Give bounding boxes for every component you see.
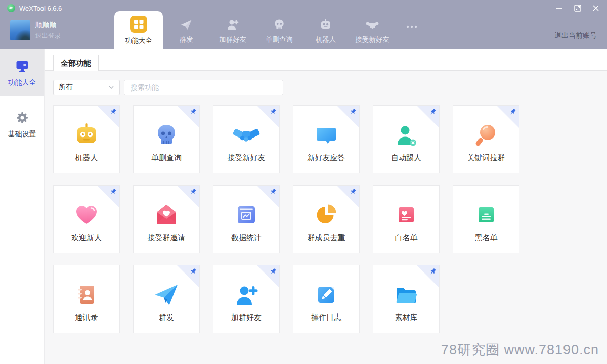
feature-card-label: 群成员去重 (308, 233, 345, 243)
sidebar-item-features[interactable]: 功能大全 (0, 49, 44, 96)
pin-icon (429, 108, 437, 116)
nav-item-label: 功能大全 (125, 36, 152, 46)
more-icon (405, 20, 418, 33)
user-name: 顺顺顺 (35, 21, 61, 30)
skull-color-icon (152, 121, 181, 149)
nav-item-0[interactable]: 功能大全 (114, 11, 163, 49)
feature-card-label: 操作日志 (311, 313, 341, 323)
avatar[interactable] (10, 20, 30, 40)
sidebar-item-settings[interactable]: 基础设置 (0, 96, 44, 147)
pin-icon (189, 108, 197, 116)
category-dropdown[interactable]: 所有 (53, 80, 120, 95)
tab-all-features[interactable]: 全部功能 (53, 55, 99, 71)
feature-card[interactable]: 自动踢人 (373, 105, 440, 173)
sidebar-item-label: 基础设置 (8, 130, 36, 139)
feature-card[interactable]: 加群好友 (213, 265, 280, 333)
paper-plane-icon (180, 18, 193, 31)
nav-item-label: 加群好友 (219, 35, 246, 44)
feature-card-label: 接受新好友 (228, 153, 266, 163)
heart-icon (72, 201, 101, 229)
user-block: 顺顺顺 退出登录 (10, 20, 61, 40)
nav-item-4[interactable]: 机器人 (302, 11, 349, 49)
nav-more-button[interactable] (396, 11, 428, 49)
feature-card-label: 新好友应答 (308, 153, 345, 163)
app-logo-icon (7, 4, 15, 12)
logout-link[interactable]: 退出登录 (35, 32, 61, 40)
feature-card-label: 自动踢人 (391, 153, 421, 163)
skull-icon (273, 18, 286, 31)
feature-card[interactable]: 白名单 (373, 185, 440, 253)
feature-card-label: 素材库 (395, 313, 418, 323)
pin-icon (109, 188, 117, 196)
category-dropdown-value: 所有 (59, 83, 108, 92)
feature-card[interactable]: 接受新好友 (213, 105, 280, 173)
robot-color-icon (72, 121, 101, 149)
pin-icon (349, 108, 357, 116)
window-controls (555, 0, 600, 16)
maximize-button[interactable] (574, 4, 582, 12)
nav-item-label: 单删查询 (266, 35, 293, 44)
feature-card-label: 通讯录 (75, 313, 98, 323)
nav-item-3[interactable]: 单删查询 (256, 11, 302, 49)
person-add-blue-icon (232, 281, 261, 309)
feature-card[interactable]: 新好友应答 (293, 105, 360, 173)
feature-card-label: 数据统计 (231, 233, 262, 243)
feature-card[interactable]: 群发 (133, 265, 200, 333)
feature-card[interactable]: 素材库 (373, 265, 440, 333)
feature-card-label: 关键词拉群 (467, 153, 505, 163)
feature-card[interactable]: 关键词拉群 (453, 105, 519, 173)
feature-card[interactable]: 通讯录 (53, 265, 120, 333)
blacklist-card-icon (472, 201, 500, 229)
feature-card[interactable]: 欢迎新人 (53, 185, 120, 253)
robot-icon (319, 18, 332, 31)
pin-icon (189, 188, 197, 196)
feature-card-label: 加群好友 (231, 313, 262, 323)
feature-card-label: 机器人 (75, 153, 98, 163)
pin-icon (429, 268, 437, 276)
grid-icon (130, 16, 147, 33)
main-content: 全部功能 所有 机器人单删查询接受新好友新好友应答自动踢人关键词拉群欢迎新人接受… (45, 49, 607, 364)
pie-chart-icon (312, 201, 340, 229)
nav-item-label: 接受新好友 (355, 35, 389, 44)
tab-strip: 全部功能 (45, 49, 607, 71)
handshake-icon (366, 18, 379, 31)
search-input[interactable] (124, 80, 283, 95)
folder-icon (392, 281, 420, 309)
nav-item-5[interactable]: 接受新好友 (349, 11, 396, 49)
person-add-icon (226, 18, 239, 31)
paper-plane-blue-icon (152, 281, 181, 309)
chat-bubble-icon (312, 121, 340, 149)
contacts-book-icon (72, 281, 101, 309)
feature-card[interactable]: 操作日志 (293, 265, 360, 333)
feature-card-label: 接受群邀请 (148, 233, 186, 243)
feature-card[interactable]: 群成员去重 (293, 185, 360, 253)
feature-card[interactable]: 数据统计 (213, 185, 280, 253)
close-button[interactable] (592, 4, 600, 12)
logout-account-button[interactable]: 退出当前账号 (554, 31, 597, 40)
feature-card-label: 白名单 (395, 233, 418, 243)
pin-icon (349, 188, 357, 196)
feature-card-label: 欢迎新人 (71, 233, 102, 243)
pin-icon (269, 188, 277, 196)
pin-icon (269, 268, 277, 276)
filter-row: 所有 (53, 80, 283, 95)
magnifier-icon (472, 121, 500, 149)
minimize-button[interactable] (555, 4, 563, 12)
feature-card[interactable]: 机器人 (53, 105, 120, 173)
feature-card[interactable]: 黑名单 (453, 185, 519, 253)
nav-item-1[interactable]: 群发 (163, 11, 209, 49)
nav-item-label: 群发 (180, 35, 193, 44)
whitelist-card-icon (392, 201, 420, 229)
app-title: WeXTool 6.6.6 (19, 5, 62, 12)
feature-card-label: 单删查询 (151, 153, 182, 163)
chart-icon (232, 201, 261, 229)
sidebar: 功能大全 基础设置 (0, 49, 45, 364)
feature-card[interactable]: 单删查询 (133, 105, 200, 173)
feature-card[interactable]: 接受群邀请 (133, 185, 200, 253)
nav-item-2[interactable]: 加群好友 (209, 11, 256, 49)
person-remove-icon (392, 121, 420, 149)
gear-icon (15, 111, 29, 125)
handshake-color-icon (232, 121, 261, 149)
pin-icon (269, 108, 277, 116)
pin-icon (109, 108, 117, 116)
